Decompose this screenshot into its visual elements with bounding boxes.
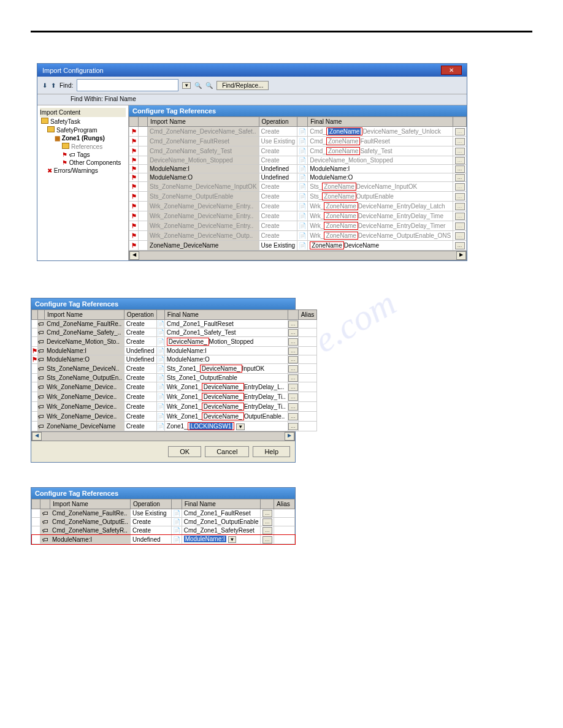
cell-final-name[interactable]: Cmd_Zone1_SafetyReset — [182, 526, 261, 535]
cell-alias[interactable] — [298, 382, 317, 392]
scroll-right-icon[interactable]: ▶ — [456, 251, 466, 260]
cell-final-name[interactable]: Wrk_ZoneNameDeviceName_EntryDelay_Latch — [308, 202, 453, 211]
table-row[interactable]: ⚑🏷ModuleName:IUndefined📄ModuleName:I… — [32, 347, 317, 355]
cell-operation[interactable]: Undefined — [124, 347, 156, 355]
col-final-name[interactable]: Final Name — [308, 117, 453, 127]
cell-alias[interactable] — [298, 320, 317, 328]
nav-prev-icon[interactable]: ⬇ — [42, 82, 47, 89]
browse-button[interactable]: … — [455, 222, 465, 230]
cell-operation[interactable]: Create — [259, 146, 297, 156]
col-alias[interactable]: Alias — [274, 499, 295, 509]
title-bar[interactable]: Import Configuration ✕ — [37, 64, 467, 77]
nav-next-icon[interactable]: ⬆ — [51, 82, 56, 89]
cell-operation[interactable]: Create — [124, 402, 156, 412]
cell-operation[interactable]: Create — [259, 211, 297, 221]
cell-operation[interactable]: Use Existing — [259, 137, 297, 146]
tree-node-selected[interactable]: ▦ Zone1 (Rungs) — [40, 134, 126, 142]
table-row[interactable]: ⚑DeviceName_Motion_StoppedCreate📄DeviceN… — [129, 156, 467, 165]
cell-final-name[interactable]: Cmd_ZoneNameSafety_Test — [308, 146, 453, 156]
table-row[interactable]: 🏷Cmd_ZoneName_FaultRe..Create📄Cmd_Zone1_… — [32, 320, 317, 328]
table-row[interactable]: ⚑Wrk_ZoneName_DeviceName_Entry..Create📄W… — [129, 221, 467, 231]
tree-node[interactable]: SafetyTask — [40, 117, 126, 126]
cell-final-name[interactable]: Cmd_Zone1_Safety_Test — [164, 328, 288, 337]
browse-button[interactable]: … — [288, 403, 298, 411]
browse-button[interactable]: … — [455, 183, 465, 191]
cell-final-name[interactable]: Sts_Zone1_DeviceName_InputOK — [164, 364, 288, 374]
table-row[interactable]: 🏷Cmd_ZoneName_Safety_..Create📄Cmd_Zone1_… — [32, 328, 317, 337]
browse-button[interactable]: … — [455, 203, 465, 210]
browse-button[interactable]: … — [455, 232, 465, 240]
browse-button[interactable]: … — [288, 347, 298, 355]
cell-final-name[interactable]: ModuleName:O — [308, 173, 453, 182]
scroll-right-icon[interactable]: ▶ — [285, 432, 294, 441]
table-row[interactable]: 🏷Cmd_ZoneName_SafetyR..Create📄Cmd_Zone1_… — [32, 526, 295, 535]
col-import-name[interactable]: Import Name — [148, 117, 259, 127]
table-row[interactable]: 🏷Cmd_ZoneName_OutputE..Create📄Cmd_Zone1_… — [32, 518, 295, 526]
cell-operation[interactable]: Create — [124, 320, 156, 328]
table-row[interactable]: ⚑Wrk_ZoneName_DeviceName_Outp..Create📄Wr… — [129, 231, 467, 241]
cell-operation[interactable]: Create — [130, 526, 171, 535]
h-scrollbar[interactable]: ◀ ▶ — [31, 431, 295, 441]
table-row[interactable]: 🏷ZoneName_DeviceNameCreate📄Zone1_LOCKING… — [32, 422, 317, 431]
cell-final-name[interactable]: Sts_ZoneNameDeviceName_InputOK — [308, 182, 453, 192]
cell-final-name[interactable]: Cmd_ZoneNameFaultReset — [308, 137, 453, 146]
find-dropdown-icon[interactable]: ▼ — [182, 82, 191, 89]
cell-final-name[interactable]: ModuleName:O — [164, 355, 288, 364]
h-scrollbar[interactable]: ◀ ▶ — [129, 251, 467, 260]
find-icon-1[interactable]: 🔍 — [194, 82, 202, 89]
cell-final-name[interactable]: ModuleName:I — [164, 347, 288, 355]
browse-button[interactable]: … — [455, 193, 465, 200]
col-operation[interactable]: Operation — [124, 310, 156, 320]
cell-operation[interactable]: Use Existing — [259, 241, 297, 251]
cell-alias[interactable] — [274, 526, 295, 535]
tree-node[interactable]: References — [40, 142, 126, 151]
cell-operation[interactable]: Create — [259, 192, 297, 202]
table-row[interactable]: ⚑Cmd_ZoneName_Safety_TestCreate📄Cmd_Zone… — [129, 146, 467, 156]
cell-operation[interactable]: Undefined — [130, 535, 171, 544]
find-replace-button[interactable]: Find/Replace... — [216, 81, 269, 90]
table-row[interactable]: 🏷Sts_ZoneName_DeviceN..Create📄Sts_Zone1_… — [32, 364, 317, 374]
table-row[interactable]: ⚑🏷ModuleName:OUndefined📄ModuleName:O… — [32, 355, 317, 364]
cell-alias[interactable] — [298, 347, 317, 355]
tree-node[interactable]: ⚑ Other Components — [40, 159, 126, 167]
browse-button[interactable]: … — [288, 320, 298, 328]
cell-operation[interactable]: Create — [259, 127, 297, 137]
cell-final-name[interactable]: Wrk_Zone1_DeviceName_EntryDelay_Ti.. — [164, 402, 288, 412]
cell-operation[interactable]: Create — [124, 382, 156, 392]
cell-operation[interactable]: Create — [124, 337, 156, 347]
col-import-name[interactable]: Import Name — [45, 310, 124, 320]
browse-button[interactable]: … — [455, 242, 465, 249]
browse-button[interactable]: … — [288, 423, 298, 430]
scroll-left-icon[interactable]: ◀ — [129, 251, 139, 260]
tree-node[interactable]: ⚑ 🏷 Tags — [40, 151, 126, 159]
cell-operation[interactable]: Create — [259, 221, 297, 231]
table-row[interactable]: 🏷Sts_ZoneName_OutputEn..Create📄Sts_Zone1… — [32, 374, 317, 382]
cell-alias[interactable] — [298, 355, 317, 364]
table-row[interactable]: 🏷Cmd_ZoneName_FaultRe..Use Existing📄Cmd_… — [32, 509, 295, 518]
cell-alias[interactable] — [298, 412, 317, 422]
col-final-name[interactable]: Final Name — [182, 499, 261, 509]
cell-final-name[interactable]: Cmd_Zone1_FaultReset — [182, 509, 261, 518]
cell-operation[interactable]: Create — [259, 202, 297, 211]
close-button[interactable]: ✕ — [441, 66, 462, 75]
cell-final-name[interactable]: ZoneNameDeviceName — [308, 241, 453, 251]
cell-operation[interactable]: Undefined — [259, 165, 297, 173]
table-row[interactable]: ⚑ModuleName:IUndefined📄ModuleName:I… — [129, 165, 467, 173]
cell-operation[interactable]: Create — [259, 231, 297, 241]
browse-button[interactable]: … — [288, 413, 298, 420]
cell-final-name[interactable]: Wrk_ZoneNameDeviceName_EntryDelay_Timer — [308, 221, 453, 231]
cell-alias[interactable] — [298, 402, 317, 412]
col-final-name[interactable]: Final Name — [164, 310, 288, 320]
cell-final-name[interactable]: DeviceName_Motion_Stopped — [308, 156, 453, 165]
cell-operation[interactable]: Create — [124, 364, 156, 374]
browse-button[interactable]: … — [262, 527, 272, 534]
cell-alias[interactable] — [298, 337, 317, 347]
scroll-left-icon[interactable]: ◀ — [32, 432, 42, 441]
help-button[interactable]: Help — [253, 446, 290, 457]
table-row[interactable]: ⚑Wrk_ZoneName_DeviceName_Entry..Create📄W… — [129, 211, 467, 221]
cell-operation[interactable]: Create — [259, 156, 297, 165]
browse-button[interactable]: … — [288, 338, 298, 346]
cell-final-name[interactable]: Cmd_Zone1_FaultReset — [164, 320, 288, 328]
cell-alias[interactable] — [274, 535, 295, 544]
col-import-name[interactable]: Import Name — [50, 499, 130, 509]
